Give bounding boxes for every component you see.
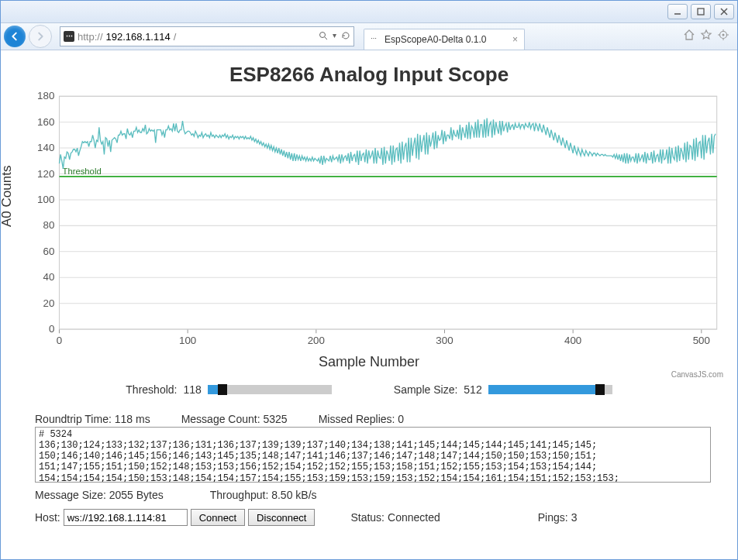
nav-forward-button[interactable]: [29, 25, 52, 48]
browser-tab[interactable]: ⋯ EspScopeA0-Delta 0.1.0 ×: [364, 29, 525, 50]
roundtrip-value: 118: [115, 413, 133, 425]
dropdown-icon[interactable]: ▾: [333, 31, 336, 43]
sample-size-slider[interactable]: [488, 385, 612, 394]
svg-point-4: [320, 32, 326, 37]
search-icon[interactable]: [319, 31, 328, 43]
svg-text:300: 300: [436, 335, 453, 346]
status-label: Status:: [350, 511, 385, 524]
threshold-label: Threshold:: [126, 383, 177, 396]
svg-text:40: 40: [43, 271, 55, 283]
svg-text:400: 400: [564, 335, 581, 346]
tab-title: EspScopeA0-Delta 0.1.0: [385, 34, 486, 45]
log-textarea[interactable]: [35, 427, 711, 483]
window-maximize-button[interactable]: [691, 4, 711, 19]
svg-text:100: 100: [179, 335, 196, 346]
message-size-unit: Bytes: [136, 489, 164, 501]
tab-close-icon[interactable]: ×: [512, 34, 518, 45]
threshold-value: 118: [183, 383, 201, 396]
nav-back-button[interactable]: [4, 26, 26, 47]
svg-text:500: 500: [693, 335, 710, 346]
url-suffix: /: [174, 31, 177, 43]
svg-text:0: 0: [57, 335, 62, 346]
site-icon: ⋯: [64, 31, 74, 42]
svg-text:Threshold: Threshold: [63, 167, 102, 176]
sample-size-label: Sample Size:: [394, 383, 457, 396]
svg-text:20: 20: [43, 297, 55, 309]
page-title: ESP8266 Analog Input Scope: [12, 63, 726, 87]
tools-icon[interactable]: [717, 29, 729, 44]
svg-point-7: [722, 34, 725, 36]
url-prefix: http://: [78, 31, 103, 43]
svg-text:200: 200: [308, 335, 325, 346]
url-host: 192.168.1.114: [106, 31, 171, 43]
svg-line-5: [325, 37, 327, 40]
svg-text:140: 140: [37, 142, 54, 153]
threshold-slider[interactable]: [208, 385, 332, 394]
svg-text:100: 100: [37, 194, 54, 205]
host-input[interactable]: [64, 509, 188, 526]
svg-text:0: 0: [49, 323, 54, 335]
disconnect-button[interactable]: Disconnect: [248, 509, 315, 526]
svg-rect-1: [698, 9, 704, 15]
window-minimize-button[interactable]: [667, 4, 688, 19]
host-label: Host:: [35, 511, 60, 524]
svg-text:160: 160: [37, 116, 54, 128]
home-icon[interactable]: [683, 29, 695, 44]
svg-text:80: 80: [43, 219, 55, 231]
message-size-label: Message Size:: [35, 489, 106, 501]
refresh-icon[interactable]: [341, 31, 350, 43]
window-close-button[interactable]: [714, 4, 734, 19]
pings-label: Pings:: [538, 511, 568, 524]
throughput-value: 8.50: [271, 489, 292, 501]
svg-text:180: 180: [37, 90, 54, 101]
missed-replies-value: 0: [398, 413, 404, 425]
roundtrip-unit: ms: [136, 413, 150, 425]
message-count-label: Message Count:: [181, 413, 260, 425]
sample-size-value: 512: [464, 383, 481, 396]
tab-icon: ⋯: [371, 35, 380, 44]
svg-text:60: 60: [43, 246, 55, 257]
throughput-unit: kB/s: [295, 489, 316, 501]
svg-rect-44: [59, 96, 716, 329]
address-bar[interactable]: ⋯ http://192.168.1.114/ ▾: [60, 26, 354, 46]
throughput-label: Throughput:: [210, 489, 269, 501]
connect-button[interactable]: Connect: [191, 509, 245, 526]
svg-text:120: 120: [37, 168, 54, 180]
roundtrip-label: Roundtrip Time:: [35, 413, 112, 425]
missed-replies-label: Missed Replies:: [319, 413, 395, 425]
status-value: Connected: [388, 511, 440, 524]
message-size-value: 2055: [109, 489, 133, 501]
favorites-icon[interactable]: [700, 29, 712, 44]
pings-value: 3: [571, 511, 578, 524]
chart-plot: 0204060801001201401601800100200300400500…: [12, 90, 726, 353]
x-axis-label: Sample Number: [12, 354, 726, 370]
canvasjs-credit[interactable]: CanvasJS.com: [12, 370, 723, 379]
message-count-value: 5325: [263, 413, 287, 425]
y-axis-label: A0 Counts: [1, 165, 15, 226]
